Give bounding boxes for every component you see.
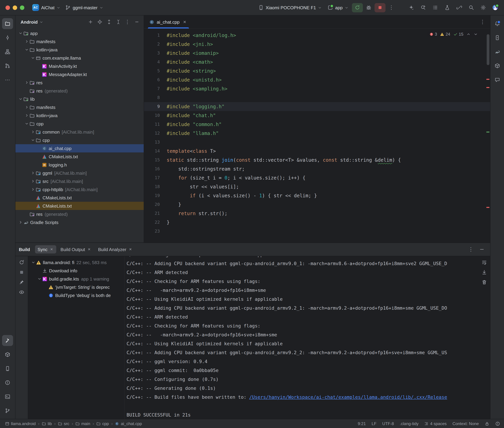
app-quality-insights-tool[interactable] (492, 74, 503, 85)
chevron-right-icon[interactable] (24, 113, 29, 117)
code-line[interactable]: 11#include "common.h" (144, 120, 490, 129)
line-number[interactable]: 15 (144, 156, 167, 165)
chevron-down-icon[interactable] (30, 138, 36, 142)
editor-scrollbar-thumb[interactable] (487, 34, 489, 65)
tree-item[interactable]: 'jvmTarget: String' is deprec (28, 283, 124, 291)
code-line[interactable]: 7#include <sampling.h> (144, 84, 490, 93)
code-line[interactable]: 23 (144, 227, 490, 236)
code-line[interactable]: 16 std::ostringstream str; (144, 165, 490, 173)
run-button[interactable] (352, 3, 363, 12)
filter-messages-button[interactable] (19, 289, 24, 295)
build-console[interactable]: C/C++: -- Using KleidiAI optimized kerne… (125, 256, 478, 419)
tree-item[interactable]: Cai_chat.cpp (16, 144, 144, 152)
line-separator[interactable]: LF (372, 421, 376, 426)
more-tool-windows[interactable]: ⋯ (2, 74, 13, 85)
code-line[interactable]: 3#include <iomanip> (144, 49, 490, 58)
todo-list-button[interactable] (430, 3, 440, 12)
user-profile-button[interactable] (490, 3, 500, 12)
close-tab-icon[interactable]: × (87, 247, 91, 252)
tree-item[interactable]: kotlin+java (16, 111, 144, 120)
ok-mark[interactable] (486, 132, 489, 132)
line-number[interactable]: 6 (144, 75, 167, 84)
indent-config[interactable]: 4 spaces (424, 421, 447, 426)
chevron-right-icon[interactable] (30, 171, 36, 175)
chevron-down-icon[interactable] (17, 97, 23, 101)
editor-tab-options[interactable]: ⋮ (478, 17, 487, 26)
tree-item[interactable]: cpp (16, 120, 144, 128)
tree-item[interactable]: Download info (28, 266, 124, 275)
tree-item[interactable]: common[AiChat.lib.main] (16, 128, 144, 136)
project-selector[interactable]: AC AiChat (30, 3, 63, 12)
warnings-count[interactable]: 24 (440, 32, 450, 37)
device-explorer-tool[interactable] (492, 60, 503, 71)
code-line[interactable]: 9#include "logging.h" (144, 102, 490, 111)
line-number[interactable]: 2 (144, 40, 167, 49)
chevron-down-icon[interactable] (24, 122, 29, 126)
error-mark[interactable] (486, 87, 489, 88)
tree-item[interactable]: MainActivity.kt (16, 62, 144, 70)
build-panel-options[interactable]: ⋮ (466, 245, 476, 254)
build-tab-sync[interactable]: Sync× (35, 245, 56, 254)
tree-item[interactable]: com.example.llama (16, 54, 144, 62)
breadcrumb-item[interactable]: src (57, 421, 70, 427)
line-number[interactable]: 10 (144, 111, 167, 120)
tree-item[interactable]: res(generated) (16, 87, 144, 95)
tree-item[interactable]: build.gradle.ktsapp 1 warning (28, 275, 124, 283)
chevron-right-icon[interactable] (24, 39, 29, 43)
pull-requests-tool[interactable] (2, 60, 13, 71)
more-options-button[interactable]: ⋮ (123, 18, 132, 26)
device-manager-tool[interactable] (2, 363, 13, 374)
errors-count[interactable]: 3 (429, 32, 437, 37)
code-line[interactable]: 14template<class T> (144, 147, 490, 156)
line-number[interactable]: 22 (144, 218, 167, 227)
line-number[interactable]: 20 (144, 200, 167, 209)
close-tab-icon[interactable]: × (50, 247, 54, 252)
code-line[interactable]: 18 str << values[i]; (144, 182, 490, 191)
chevron-right-icon[interactable] (17, 220, 23, 224)
tree-item[interactable]: MessageAdapter.kt (16, 70, 144, 78)
run-config-selector[interactable]: app (325, 3, 351, 12)
chevron-down-icon[interactable] (30, 56, 36, 60)
tree-item[interactable]: res (16, 78, 144, 87)
pin-tab-button[interactable] (19, 280, 24, 285)
line-number[interactable]: 13 (144, 138, 167, 147)
chevron-down-icon[interactable] (24, 48, 29, 52)
locate-file-button[interactable] (95, 18, 104, 26)
tree-item[interactable]: BuildType 'debug' is both de (28, 291, 124, 299)
tree-item[interactable]: cpp-httplib[AiChat.lib.main] (16, 185, 144, 194)
project-view-selector[interactable]: Android (18, 18, 46, 26)
line-number[interactable]: 14 (144, 147, 167, 156)
zoom-window-button[interactable] (20, 5, 24, 10)
breadcrumb-item[interactable]: llama.android (4, 421, 37, 427)
project-tree[interactable]: appmanifestskotlin+javacom.example.llama… (16, 28, 144, 243)
line-number[interactable]: 5 (144, 66, 167, 75)
add-button[interactable] (86, 18, 95, 26)
code-line[interactable]: 15static std::string join(const std::vec… (144, 156, 490, 165)
tree-item[interactable]: Hlogging.h (16, 161, 144, 169)
chevron-down-icon[interactable] (36, 277, 42, 281)
tree-item[interactable]: lib (16, 95, 144, 103)
line-number[interactable]: 7 (144, 84, 167, 93)
terminal-tool[interactable] (2, 391, 13, 402)
tree-item[interactable]: ggml[AiChat.lib.main] (16, 169, 144, 177)
settings-button[interactable] (478, 3, 488, 12)
code-line[interactable]: 13 (144, 138, 490, 147)
code-line[interactable]: 4#include <cmath> (144, 58, 490, 66)
build-tree[interactable]: llama.android: fi22 sec, 583 msDownload … (28, 256, 125, 419)
passed-count[interactable]: 15 (453, 32, 463, 37)
line-number[interactable]: 3 (144, 49, 167, 58)
gradle-tool[interactable] (492, 46, 503, 57)
line-number[interactable]: 23 (144, 227, 167, 236)
hide-build-panel[interactable] (477, 245, 487, 254)
line-number[interactable]: 1 (144, 31, 167, 40)
close-tab-icon[interactable]: × (128, 247, 133, 252)
line-number[interactable]: 8 (144, 93, 167, 102)
close-window-button[interactable] (6, 5, 10, 10)
tree-item[interactable]: CMakeLists.txt (16, 202, 144, 210)
minimize-window-button[interactable] (13, 5, 17, 10)
build-tab-build-output[interactable]: Build Output× (58, 245, 94, 254)
readonly-toggle[interactable] (485, 421, 489, 426)
next-problem-icon[interactable] (474, 32, 478, 36)
chevron-right-icon[interactable] (24, 105, 29, 109)
tree-item[interactable]: src[AiChat.lib.main] (16, 177, 144, 185)
